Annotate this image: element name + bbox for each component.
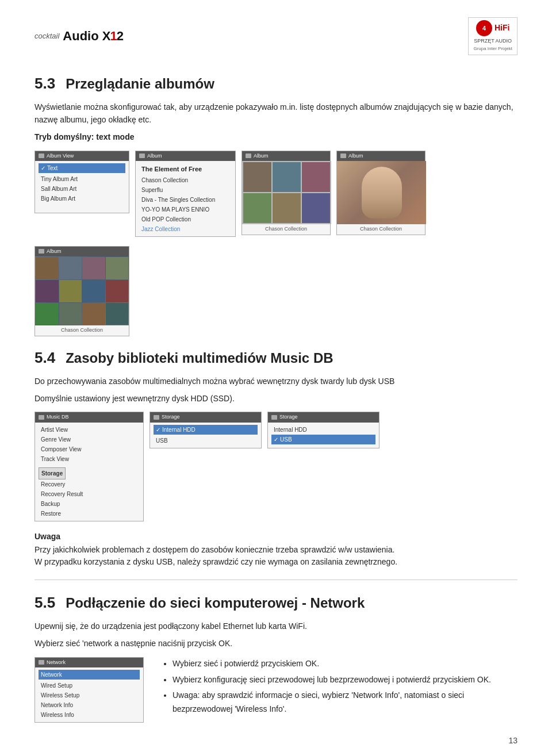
page-number: 13 bbox=[508, 735, 518, 747]
camera-icon-9 bbox=[39, 660, 44, 665]
ss-storage-internal-content: ✓ Internal HDD USB bbox=[150, 423, 261, 448]
section-5-5-heading: 5.5 Podłączenie do sieci komputerowej - … bbox=[34, 592, 518, 614]
art-cell-1 bbox=[243, 162, 271, 192]
section-title-5-5: Podłączenie do sieci komputerowej - Netw… bbox=[66, 593, 365, 613]
ss-item-tiny: Tiny Album Art bbox=[39, 174, 125, 184]
camera-icon-4 bbox=[340, 153, 346, 158]
ss-caption-large: Chason Collection bbox=[35, 325, 129, 336]
ss-album-item-4: Old POP Collection bbox=[139, 214, 232, 224]
ss-caption-chason-1: Chason Collection bbox=[242, 224, 330, 235]
portrait-face bbox=[362, 167, 402, 218]
ss-network-content: Network Wired Setup Wireless Setup Netwo… bbox=[35, 667, 143, 722]
default-mode-label: Tryb domyślny: text mode bbox=[34, 131, 518, 143]
ss-large-art-grid bbox=[35, 256, 129, 325]
ss-storage-usb-content: Internal HDD ✓ USB bbox=[268, 423, 379, 448]
camera-icon-7 bbox=[154, 415, 159, 420]
large-cell-2 bbox=[59, 257, 82, 279]
ss-genre-view: Genre View bbox=[39, 435, 140, 444]
screenshots-row-2: Album Chason Collection bbox=[34, 246, 518, 336]
section-5-3-heading: 5.3 Przeglądanie albumów bbox=[34, 72, 518, 95]
screenshots-musicdb-row: Music DB Artist View Genre View Composer… bbox=[34, 412, 518, 521]
ss-recovery: Recovery bbox=[39, 479, 140, 489]
ss-item-big: Big Album Art bbox=[39, 194, 125, 204]
section-number-5-4: 5.4 bbox=[34, 347, 55, 369]
ss-usb-item: USB bbox=[154, 436, 258, 446]
ss-album-list-content: The Element of Free Chason Collection Su… bbox=[136, 161, 235, 236]
art-cell-3 bbox=[302, 162, 330, 192]
ss-album-item-5: Jazz Collection bbox=[139, 224, 232, 234]
page-header: cocktail Audio X12 4 HiFi SPRZĘT AUDIO G… bbox=[34, 17, 518, 55]
ss-title-album-cover: Album bbox=[242, 151, 330, 162]
screenshot-storage-internal: Storage ✓ Internal HDD USB bbox=[150, 412, 262, 448]
bullet-item-0: Wybierz sieć i potwierdź przyciskiem OK. bbox=[172, 657, 518, 671]
ss-title-music-db: Music DB bbox=[35, 412, 143, 423]
hifi-circle-icon: 4 bbox=[476, 20, 492, 36]
ss-title-network: Network bbox=[35, 658, 143, 668]
section-title-5-3: Przeglądanie albumów bbox=[66, 74, 214, 94]
ss-artist-view: Artist View bbox=[39, 425, 140, 435]
section-5-4-para1: Do przechowywania zasobów multimedialnyc… bbox=[34, 375, 518, 387]
ss-album-title: The Element of Free bbox=[139, 163, 232, 175]
brand-logo: cocktail Audio X12 bbox=[34, 26, 123, 45]
ss-text-highlight: ✓ Text bbox=[39, 163, 125, 173]
section-5-4-heading: 5.4 Zasoby biblioteki multimediów Music … bbox=[34, 347, 518, 369]
large-cell-5 bbox=[36, 280, 59, 302]
large-cell-8 bbox=[106, 280, 129, 302]
large-cell-6 bbox=[59, 280, 82, 302]
section-number-5-5: 5.5 bbox=[34, 592, 55, 614]
ss-album-view-content: ✓ Text Tiny Album Art Sall Album Art Big… bbox=[35, 161, 129, 213]
section-5-3-intro: Wyświetlanie można skonfigurować tak, ab… bbox=[34, 101, 518, 126]
art-cell-2 bbox=[273, 162, 301, 192]
network-bullets-container: Wybierz sieć i potwierdź przyciskiem OK.… bbox=[155, 657, 518, 723]
hifi-logo: 4 HiFi SPRZĘT AUDIO Grupa Inter Projekt bbox=[468, 17, 518, 55]
camera-icon-3 bbox=[246, 153, 251, 158]
network-bullet-list: Wybierz sieć i potwierdź przyciskiem OK.… bbox=[172, 657, 518, 716]
ss-album-item-1: Superflu bbox=[139, 185, 232, 195]
ss-portrait-art bbox=[337, 161, 426, 224]
camera-icon-2 bbox=[139, 153, 145, 158]
ss-wired-setup: Wired Setup bbox=[39, 681, 140, 690]
ss-item-sall: Sall Album Art bbox=[39, 184, 125, 194]
ss-usb-highlight: ✓ USB bbox=[271, 435, 375, 444]
large-cell-9 bbox=[36, 303, 59, 325]
hifi-subtext: Grupa Inter Projekt bbox=[473, 45, 512, 52]
art-cell-6 bbox=[302, 193, 330, 223]
bullet-item-2: Uwaga: aby sprawdzić informacje o sieci,… bbox=[172, 689, 518, 716]
ss-backup: Backup bbox=[39, 499, 140, 509]
hifi-brand-text: HiFi bbox=[494, 24, 509, 32]
hifi-subtitle-text: SPRZĘT AUDIO bbox=[474, 37, 512, 45]
ss-track-view: Track View bbox=[39, 454, 140, 464]
camera-icon-8 bbox=[271, 415, 277, 420]
ss-album-art-grid bbox=[242, 161, 331, 224]
large-cell-10 bbox=[59, 303, 82, 325]
network-section-row: Network Network Wired Setup Wireless Set… bbox=[34, 657, 518, 723]
screenshot-album-large: Album Chason Collection bbox=[34, 246, 129, 336]
screenshot-album-view: Album View ✓ Text Tiny Album Art Sall Al… bbox=[34, 151, 129, 214]
screenshot-music-db: Music DB Artist View Genre View Composer… bbox=[34, 412, 144, 521]
section-divider bbox=[34, 580, 518, 580]
screenshot-album-cover: Album Chason Collection bbox=[241, 151, 331, 235]
ss-music-db-content: Artist View Genre View Composer View Tra… bbox=[35, 423, 143, 521]
ss-title-storage-internal: Storage bbox=[150, 412, 261, 423]
ss-wireless-setup: Wireless Setup bbox=[39, 690, 140, 700]
large-cell-7 bbox=[82, 280, 105, 302]
ss-title-storage-usb: Storage bbox=[268, 412, 379, 423]
section-5-5-para2: Wybierz sieć 'network a następnie naciśn… bbox=[34, 637, 518, 650]
ss-restore: Restore bbox=[39, 509, 140, 519]
section-title-5-4: Zasoby biblioteki multimediów Music DB bbox=[66, 348, 333, 369]
section-5-5-para1: Upewnij się, że do urządzenia jest podłą… bbox=[34, 620, 518, 632]
note-label: Uwaga bbox=[34, 531, 518, 543]
section-number-5-3: 5.3 bbox=[34, 72, 55, 95]
ss-album-item-3: YO-YO MA PLAYS ENNIO bbox=[139, 205, 232, 214]
large-cell-11 bbox=[82, 303, 105, 325]
large-cell-4 bbox=[106, 257, 129, 279]
ss-title-album-view: Album View bbox=[35, 151, 129, 162]
screenshot-storage-usb: Storage Internal HDD ✓ USB bbox=[267, 412, 379, 448]
ss-title-album-large: Album bbox=[35, 247, 129, 257]
art-cell-4 bbox=[243, 193, 271, 223]
note-block: Uwaga Przy jakichkolwiek problemach z do… bbox=[34, 531, 518, 568]
bullet-item-1: Wybierz konfigurację sieci przewodowej l… bbox=[172, 673, 518, 687]
ss-caption-chason-2: Chason Collection bbox=[337, 224, 425, 235]
section-5-4-para2: Domyślnie ustawiony jest wewnętrzny dysk… bbox=[34, 392, 518, 405]
ss-album-item-0: Chason Collection bbox=[139, 175, 232, 185]
